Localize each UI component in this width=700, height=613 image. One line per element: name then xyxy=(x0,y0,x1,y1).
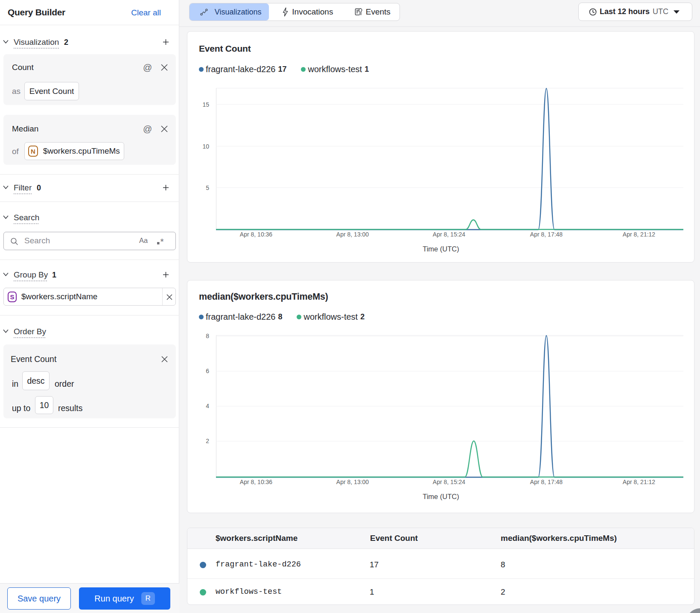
svg-text:Apr 8, 10:36: Apr 8, 10:36 xyxy=(240,231,272,238)
svg-text:6: 6 xyxy=(206,368,209,374)
svg-text:4: 4 xyxy=(206,403,209,409)
svg-text:5: 5 xyxy=(206,184,209,191)
svg-text:Apr 8, 13:00: Apr 8, 13:00 xyxy=(336,231,369,238)
svg-text:10: 10 xyxy=(202,143,209,150)
svg-text:15: 15 xyxy=(202,101,209,108)
svg-text:Apr 8, 10:36: Apr 8, 10:36 xyxy=(240,479,272,485)
svg-text:Time (UTC): Time (UTC) xyxy=(423,493,459,500)
svg-text:Apr 8, 13:00: Apr 8, 13:00 xyxy=(336,479,369,485)
svg-text:Apr 8, 21:12: Apr 8, 21:12 xyxy=(623,479,655,485)
svg-text:*: * xyxy=(160,236,164,246)
svg-text:2: 2 xyxy=(206,438,209,444)
svg-text:Apr 8, 15:24: Apr 8, 15:24 xyxy=(433,231,465,238)
svg-text:Apr 8, 21:12: Apr 8, 21:12 xyxy=(623,231,655,238)
svg-text:Apr 8, 17:48: Apr 8, 17:48 xyxy=(530,231,563,238)
svg-text:Apr 8, 17:48: Apr 8, 17:48 xyxy=(530,479,563,485)
svg-text:Time (UTC): Time (UTC) xyxy=(423,245,459,253)
svg-text:8: 8 xyxy=(206,333,209,339)
svg-text:Apr 8, 15:24: Apr 8, 15:24 xyxy=(433,479,465,485)
